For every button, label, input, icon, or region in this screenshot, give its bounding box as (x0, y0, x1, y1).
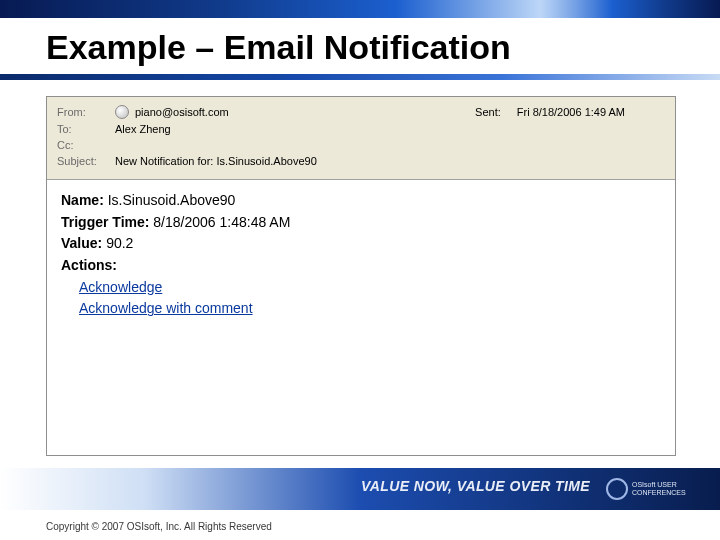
header-row-to: To: Alex Zheng (57, 121, 665, 137)
cc-label: Cc: (57, 139, 115, 151)
header-row-cc: Cc: (57, 137, 665, 153)
conference-badge: OSIsoft USER CONFERENCES (606, 472, 706, 506)
globe-icon (115, 105, 129, 119)
name-label: Name: (61, 192, 104, 208)
body-trigger: Trigger Time: 8/18/2006 1:48:48 AM (61, 212, 661, 234)
trigger-value: 8/18/2006 1:48:48 AM (153, 214, 290, 230)
body-actions: Actions: (61, 255, 661, 277)
bottom-band: VALUE NOW, VALUE OVER TIME OSIsoft USER … (0, 468, 720, 510)
acknowledge-link[interactable]: Acknowledge (79, 277, 162, 299)
trigger-label: Trigger Time: (61, 214, 149, 230)
to-value: Alex Zheng (115, 123, 171, 135)
title-underline (0, 74, 720, 80)
top-stripe (0, 0, 720, 18)
from-label: From: (57, 106, 115, 118)
email-window: From: piano@osisoft.com Sent: Fri 8/18/2… (46, 96, 676, 456)
sent-value: Fri 8/18/2006 1:49 AM (517, 106, 625, 118)
sent-label: Sent: (475, 106, 501, 118)
email-body: Name: Is.Sinusoid.Above90 Trigger Time: … (47, 180, 675, 330)
body-name: Name: Is.Sinusoid.Above90 (61, 190, 661, 212)
from-value: piano@osisoft.com (135, 106, 229, 118)
header-row-from: From: piano@osisoft.com Sent: Fri 8/18/2… (57, 103, 665, 121)
value-label: Value: (61, 235, 102, 251)
body-value: Value: 90.2 (61, 233, 661, 255)
email-header: From: piano@osisoft.com Sent: Fri 8/18/2… (47, 97, 675, 180)
slide-title: Example – Email Notification (46, 28, 511, 67)
header-row-subject: Subject: New Notification for: Is.Sinuso… (57, 153, 665, 169)
acknowledge-comment-link[interactable]: Acknowledge with comment (79, 298, 253, 320)
value-value: 90.2 (106, 235, 133, 251)
conference-line1: OSIsoft USER (632, 481, 686, 489)
name-value: Is.Sinusoid.Above90 (108, 192, 236, 208)
band-slogan: VALUE NOW, VALUE OVER TIME (361, 478, 590, 494)
to-label: To: (57, 123, 115, 135)
subject-label: Subject: (57, 155, 115, 167)
conference-line2: CONFERENCES (632, 489, 686, 497)
copyright: Copyright © 2007 OSIsoft, Inc. All Right… (46, 521, 272, 532)
subject-value: New Notification for: Is.Sinusoid.Above9… (115, 155, 317, 167)
actions-label: Actions: (61, 257, 117, 273)
sent-block: Sent: Fri 8/18/2006 1:49 AM (475, 106, 665, 118)
ring-icon (606, 478, 628, 500)
